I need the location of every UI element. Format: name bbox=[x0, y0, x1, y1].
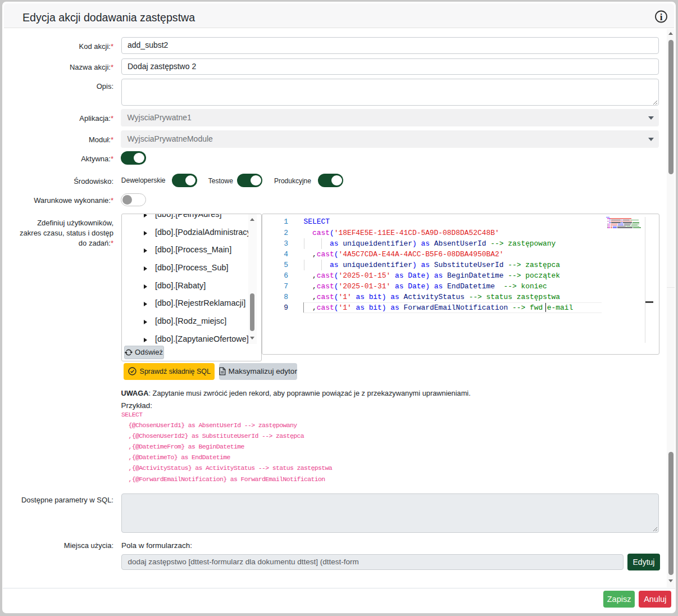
svg-text:i: i bbox=[660, 12, 663, 22]
